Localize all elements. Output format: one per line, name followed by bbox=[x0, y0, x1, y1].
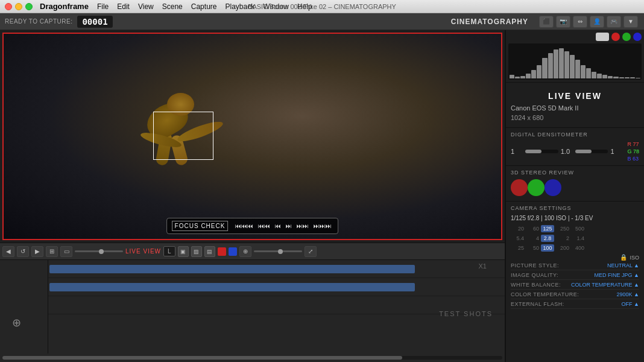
densi-bar-fill2 bbox=[575, 150, 592, 153]
workspace-title: CINEMATOGRAPHY bbox=[451, 17, 528, 26]
zoom-btn[interactable]: ⊕ bbox=[239, 246, 251, 257]
lock-icon: 🔒 bbox=[620, 254, 627, 261]
test-shots-label: TEST SHOTS bbox=[439, 310, 493, 317]
densi-rgb-vals: R 77 G 78 B 63 bbox=[627, 141, 639, 162]
live-view-info-section: LIVE VIEW Canon EOS 5D Mark II 1024 x 68… bbox=[506, 83, 644, 128]
iso-val-1: 25 bbox=[511, 245, 524, 251]
viewport-image: FOCUS CHECK ⏮⏮⏮ ⏮⏮ ⏮ ⏭ ⏭⏭ ⏭⏭⏭ bbox=[4, 34, 501, 239]
split-view-btn[interactable]: ▨ bbox=[191, 246, 202, 257]
zoom-slider[interactable] bbox=[254, 250, 302, 252]
channel-all[interactable] bbox=[596, 33, 609, 41]
menu-scene[interactable]: Scene bbox=[162, 2, 183, 11]
expand-btn[interactable]: ⤢ bbox=[305, 246, 317, 257]
stereo-circles bbox=[511, 179, 639, 196]
color-temp-row[interactable]: COLOR TEMPERATURE: 2900K ▲ bbox=[511, 291, 639, 299]
white-balance-row[interactable]: WHITE BALANCE: COLOR TEMPERATURE ▲ bbox=[511, 282, 639, 290]
exposure-summary: 1/125 f/2.8 | 100 ISO | - 1/3 EV bbox=[511, 215, 593, 221]
camera-name: Canon EOS 5D Mark II bbox=[511, 104, 639, 112]
shutter-slider-row: 20 60 125 250 500 bbox=[511, 225, 639, 232]
white-balance-val[interactable]: COLOR TEMPERATURE ▲ bbox=[571, 282, 639, 288]
nav-first[interactable]: ⏮⏮⏮ bbox=[234, 222, 254, 230]
nav-next[interactable]: ⏭ bbox=[285, 222, 293, 230]
white-balance-label: WHITE BALANCE: bbox=[511, 282, 561, 288]
picture-style-val[interactable]: NEUTRAL ▲ bbox=[607, 262, 639, 268]
figure-body bbox=[128, 93, 248, 177]
gamepad-icon-btn[interactable]: 🎮 bbox=[607, 16, 621, 28]
lut-btn[interactable]: L bbox=[163, 246, 175, 256]
color-temp-val[interactable]: 2900K ▲ bbox=[617, 291, 639, 297]
iso-val-5: 400 bbox=[571, 245, 584, 251]
timeline-scrollbar[interactable] bbox=[2, 356, 502, 360]
external-flash-label: EXTERNAL FLASH: bbox=[511, 301, 564, 307]
close-button[interactable] bbox=[5, 3, 12, 10]
external-flash-row[interactable]: EXTERNAL FLASH: OFF ▲ bbox=[511, 301, 639, 309]
track-row-3 bbox=[48, 296, 505, 314]
shutter-val-5: 500 bbox=[571, 226, 584, 232]
image-quality-row[interactable]: IMAGE QUALITY: MED FINE JPG ▲ bbox=[511, 272, 639, 280]
menu-view[interactable]: View bbox=[138, 2, 154, 11]
red-swatch[interactable] bbox=[218, 247, 226, 256]
densitometer-row: 1 1.0 1 R 77 G 78 B 63 bbox=[511, 141, 639, 162]
color-mode-btn[interactable]: ▣ bbox=[178, 246, 189, 257]
menu-toggle-btn[interactable]: ▼ bbox=[623, 16, 638, 28]
exposure-summary-row: 1/125 f/2.8 | 100 ISO | - 1/3 EV bbox=[511, 215, 639, 221]
channel-green[interactable] bbox=[622, 33, 631, 41]
playback-slider[interactable] bbox=[75, 250, 123, 252]
play-back-btn[interactable]: ◀ bbox=[2, 246, 14, 257]
maximize-button[interactable] bbox=[25, 3, 33, 10]
aperture-val-3[interactable]: 2.8 bbox=[541, 235, 554, 242]
frame-btn[interactable]: ▭ bbox=[60, 246, 72, 257]
nav-next2[interactable]: ⏭⏭ bbox=[295, 222, 310, 230]
histogram-icons bbox=[508, 33, 642, 41]
app-logo: Dragonframe bbox=[5, 2, 89, 11]
camera-icon-btn[interactable]: 📷 bbox=[556, 16, 570, 28]
minimize-button[interactable] bbox=[15, 3, 22, 10]
shutter-val-2: 60 bbox=[526, 226, 539, 232]
menu-edit[interactable]: Edit bbox=[117, 2, 130, 11]
iso-lock-row: 🔒 ISO bbox=[511, 254, 639, 261]
shutter-val-3[interactable]: 125 bbox=[541, 225, 554, 232]
picture-style-label: PICTURE STYLE: bbox=[511, 262, 559, 268]
menu-capture[interactable]: Capture bbox=[191, 2, 217, 11]
person-icon-btn[interactable]: 👤 bbox=[590, 16, 604, 28]
live-view-label: LIVE VIEW bbox=[125, 248, 161, 255]
iso-label: ISO bbox=[630, 255, 639, 261]
aperture-val-1: 5.4 bbox=[511, 235, 524, 241]
focus-check-label: FOCUS CHECK bbox=[172, 221, 229, 231]
left-panel: FOCUS CHECK ⏮⏮⏮ ⏮⏮ ⏮ ⏭ ⏭⏭ ⏭⏭⏭ ◀ ↺ ▶ ⊞ ▭ … bbox=[0, 30, 505, 362]
monitor-icon-btn[interactable]: ⬛ bbox=[539, 16, 554, 28]
timeline-scrollbar-thumb bbox=[2, 356, 402, 360]
track-row-1 bbox=[48, 260, 505, 278]
viewport[interactable]: FOCUS CHECK ⏮⏮⏮ ⏮⏮ ⏮ ⏭ ⏭⏭ ⏭⏭⏭ bbox=[2, 33, 502, 240]
add-frame-btn[interactable]: ⊕ bbox=[12, 316, 21, 329]
iso-val-3[interactable]: 100 bbox=[541, 244, 554, 252]
track-label-2 bbox=[0, 284, 48, 302]
densi-right-val: 1 bbox=[610, 148, 622, 155]
channel-blue[interactable] bbox=[633, 33, 642, 41]
picture-style-row[interactable]: PICTURE STYLE: NEUTRAL ▲ bbox=[511, 262, 639, 270]
nav-prev2[interactable]: ⏮⏮ bbox=[257, 222, 271, 230]
arrows-icon-btn[interactable]: ⇔ bbox=[573, 16, 587, 28]
menu-file[interactable]: File bbox=[97, 2, 109, 11]
iso-val-4: 200 bbox=[556, 245, 569, 251]
play-btn[interactable]: ▶ bbox=[31, 246, 43, 257]
grid-btn[interactable]: ⊞ bbox=[46, 246, 58, 257]
external-flash-val[interactable]: OFF ▲ bbox=[622, 301, 639, 307]
histogram bbox=[508, 43, 642, 80]
track-label-3 bbox=[0, 302, 48, 320]
right-panel: LIVE VIEW Canon EOS 5D Mark II 1024 x 68… bbox=[505, 30, 644, 362]
nav-last[interactable]: ⏭⏭⏭ bbox=[312, 222, 333, 230]
image-quality-label: IMAGE QUALITY: bbox=[511, 272, 558, 278]
stereo-red-circle bbox=[511, 179, 528, 196]
shutter-val-1: 20 bbox=[511, 226, 524, 232]
track-bar-1 bbox=[49, 265, 415, 273]
blue-swatch[interactable] bbox=[229, 247, 237, 256]
nav-prev[interactable]: ⏮ bbox=[274, 222, 282, 230]
channel-red[interactable] bbox=[611, 33, 620, 41]
iso-val-2: 50 bbox=[526, 245, 539, 251]
loop-btn[interactable]: ↺ bbox=[17, 246, 29, 257]
diff-view-btn[interactable]: ▤ bbox=[204, 246, 215, 257]
image-quality-val[interactable]: MED FINE JPG ▲ bbox=[595, 272, 639, 278]
histogram-bars bbox=[508, 43, 642, 80]
resolution: 1024 x 680 bbox=[511, 114, 639, 121]
